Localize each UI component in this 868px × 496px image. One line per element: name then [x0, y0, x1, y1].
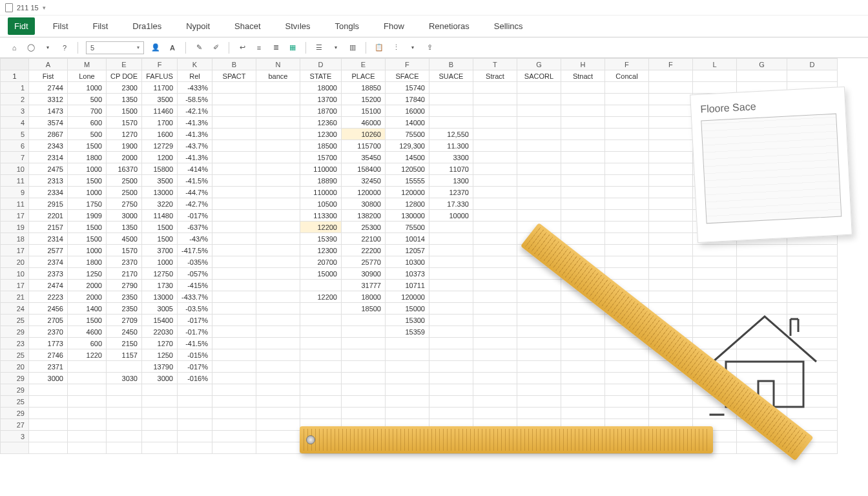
cell[interactable]	[29, 419, 68, 431]
cell[interactable]	[517, 349, 561, 361]
cell[interactable]	[517, 373, 561, 384]
cell[interactable]	[256, 105, 300, 117]
cell[interactable]	[142, 384, 178, 396]
cell[interactable]	[68, 419, 107, 431]
cell[interactable]: 2867	[29, 129, 68, 140]
paste-icon[interactable]: 📋	[374, 43, 384, 53]
row-header[interactable]: 23	[1, 338, 29, 349]
cell[interactable]	[341, 408, 385, 419]
cell[interactable]: 138200	[341, 210, 385, 222]
cell[interactable]: 18500	[341, 303, 385, 315]
table-icon[interactable]: ▥	[347, 43, 358, 53]
cell[interactable]	[561, 152, 604, 163]
cell[interactable]: 18700	[300, 105, 341, 117]
column-header[interactable]: D	[787, 59, 837, 70]
cell[interactable]	[256, 268, 300, 280]
cell[interactable]	[517, 129, 561, 140]
cell[interactable]: 25770	[341, 256, 385, 268]
cell[interactable]	[473, 105, 517, 117]
export-icon[interactable]: ⇪	[424, 43, 435, 53]
cell[interactable]: 10500	[300, 198, 341, 210]
row-header[interactable]: 17	[1, 245, 29, 256]
cell[interactable]: 15100	[341, 105, 385, 117]
cell[interactable]: 2450	[107, 326, 142, 338]
row-header[interactable]: 29	[1, 384, 29, 396]
field-header-cell[interactable]: Lone	[68, 70, 107, 82]
cell[interactable]	[561, 94, 604, 105]
cell[interactable]: -035%	[178, 256, 212, 268]
cell[interactable]	[429, 373, 473, 384]
cell[interactable]	[429, 326, 473, 338]
cell[interactable]	[142, 431, 178, 442]
cell[interactable]: 14000	[385, 117, 429, 129]
cell[interactable]	[212, 256, 256, 268]
cell[interactable]	[300, 280, 341, 291]
cell[interactable]	[648, 280, 692, 291]
cell[interactable]: 2456	[29, 303, 68, 315]
cell[interactable]	[473, 82, 517, 94]
cell[interactable]	[604, 361, 648, 373]
cell[interactable]	[517, 187, 561, 198]
cell[interactable]: 2170	[107, 268, 142, 280]
cell[interactable]	[256, 256, 300, 268]
column-header[interactable]: M	[68, 59, 107, 70]
chevron-down-icon[interactable]: ▾	[331, 43, 341, 53]
cell[interactable]: 1570	[107, 245, 142, 256]
cell[interactable]: -43.7%	[178, 140, 212, 152]
cell[interactable]	[648, 256, 692, 268]
cell[interactable]: 11070	[429, 163, 473, 175]
cell[interactable]: 1350	[107, 94, 142, 105]
cell[interactable]	[178, 419, 212, 431]
cell[interactable]	[473, 129, 517, 140]
cell[interactable]	[473, 408, 517, 419]
cell[interactable]: 17840	[385, 94, 429, 105]
cell[interactable]: -41.5%	[178, 175, 212, 187]
cell[interactable]	[212, 373, 256, 384]
cell[interactable]: 15400	[142, 315, 178, 326]
cell[interactable]	[473, 187, 517, 198]
cell[interactable]	[473, 222, 517, 233]
cell[interactable]: 158400	[341, 163, 385, 175]
cell[interactable]: 11.300	[429, 140, 473, 152]
chevron-down-icon[interactable]: ▾	[43, 5, 46, 11]
cell[interactable]: 12,550	[429, 129, 473, 140]
cell[interactable]	[517, 152, 561, 163]
cell[interactable]: 12729	[142, 140, 178, 152]
cell[interactable]: 13000	[142, 291, 178, 303]
cell[interactable]	[212, 245, 256, 256]
cell[interactable]: 110000	[300, 187, 341, 198]
cell[interactable]: -637%	[178, 222, 212, 233]
cell[interactable]: -415%	[178, 280, 212, 291]
cell[interactable]	[212, 303, 256, 315]
cell[interactable]	[648, 140, 692, 152]
cell[interactable]: -057%	[178, 268, 212, 280]
cell[interactable]: 3000	[29, 373, 68, 384]
cell[interactable]	[178, 396, 212, 408]
cell[interactable]: 113300	[300, 210, 341, 222]
cell[interactable]: -41.3%	[178, 117, 212, 129]
cell[interactable]	[604, 210, 648, 222]
cell[interactable]: 1800	[68, 256, 107, 268]
cell[interactable]: 1750	[68, 198, 107, 210]
cell[interactable]: 1730	[142, 280, 178, 291]
cell[interactable]	[256, 303, 300, 315]
cell[interactable]	[68, 442, 107, 454]
cell[interactable]	[473, 256, 517, 268]
cell[interactable]: -01.7%	[178, 326, 212, 338]
cell[interactable]: 700	[68, 105, 107, 117]
cell[interactable]: -017%	[178, 361, 212, 373]
cell[interactable]	[517, 396, 561, 408]
row-header[interactable]: 10	[1, 163, 29, 175]
cell[interactable]	[604, 198, 648, 210]
cell[interactable]	[648, 163, 692, 175]
cell[interactable]: 3700	[142, 245, 178, 256]
cell[interactable]	[561, 117, 604, 129]
cell[interactable]: 12360	[300, 117, 341, 129]
cell[interactable]: 3500	[142, 175, 178, 187]
cell[interactable]: 2577	[29, 245, 68, 256]
row-header[interactable]: 20	[1, 361, 29, 373]
row-header[interactable]: 3	[1, 431, 29, 442]
cell[interactable]: 10711	[385, 280, 429, 291]
cell[interactable]	[256, 163, 300, 175]
cell[interactable]: -015%	[178, 349, 212, 361]
